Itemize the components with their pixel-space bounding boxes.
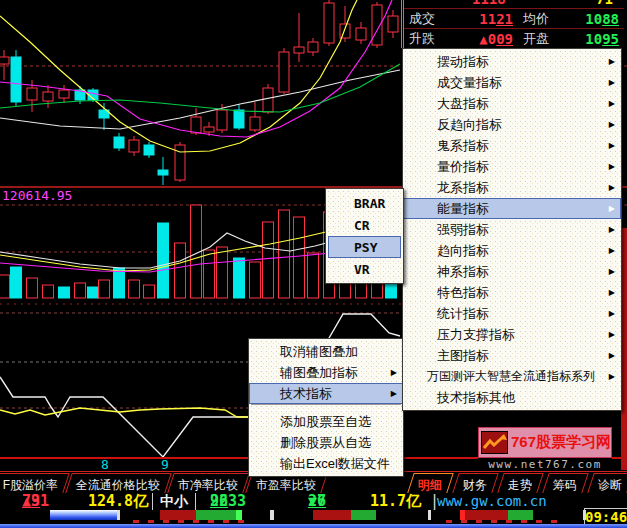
strength-segment — [50, 510, 117, 520]
menu-item-Excel[interactable]: 输出Excel数据文件 — [249, 453, 403, 474]
volume-label: 成交 — [409, 10, 453, 28]
volume-value: 1121 — [453, 11, 513, 27]
menu-item-label: CR — [354, 218, 370, 233]
submenu-arrow-icon: ▶ — [609, 162, 615, 171]
menu-item-BRAR[interactable]: BRAR — [326, 192, 403, 214]
chart-zigzag-icon — [481, 431, 508, 454]
strength-segment — [270, 510, 274, 520]
chart-context-menu: 取消辅图叠加辅图叠加指标▶技术指标▶添加股票至自选删除股票从自选输出Excel数… — [248, 338, 404, 477]
menu-item-i6[interactable]: 龙系指标▶ — [403, 177, 621, 198]
menu-item-i16[interactable]: 技术指标其他 — [403, 387, 621, 408]
menu-item-label: 鬼系指标 — [437, 137, 489, 155]
clock: 09:46 — [584, 508, 627, 525]
menu-item-label: 成交量指标 — [437, 74, 502, 92]
clipped-red-value: 1118 — [472, 0, 506, 7]
tab-label: 财务 — [463, 477, 487, 494]
menu-item-label: 输出Excel数据文件 — [280, 455, 390, 473]
menu-item-i7[interactable]: 能量指标▶ — [403, 198, 621, 219]
menu-item-label: 删除股票从自选 — [280, 434, 371, 452]
quote-panel: 1118 71 成交 1121 均价 1088 升跌 ▲009 开盘 1095 — [401, 0, 624, 48]
strength-segment — [236, 510, 242, 520]
submenu-arrow-icon: ▶ — [609, 99, 615, 108]
submenu-arrow-icon: ▶ — [609, 141, 615, 150]
change-label: 升跌 — [409, 30, 453, 48]
menu-item-i4[interactable]: 添加股票至自选 — [249, 411, 403, 432]
tab-label: 筹码 — [553, 477, 577, 494]
menu-item-label: 强弱指标 — [437, 221, 489, 239]
strength-segment — [428, 510, 431, 520]
submenu-arrow-icon: ▶ — [609, 246, 615, 255]
svg-text:9: 9 — [161, 457, 169, 470]
menu-item-i14[interactable]: 主图指标▶ — [403, 345, 621, 366]
quote-row-clipped: 1118 71 — [404, 0, 624, 8]
menu-item-i3[interactable]: 反趋向指标▶ — [403, 114, 621, 135]
strength-segment — [160, 510, 196, 520]
strength-segment — [196, 510, 236, 520]
logo-url: www.net767.com — [478, 458, 612, 471]
menu-item-label: 技术指标其他 — [437, 389, 515, 407]
submenu-arrow-icon: ▶ — [609, 204, 615, 213]
menu-item-i4[interactable]: 鬼系指标▶ — [403, 135, 621, 156]
menu-item-label: 摆动指标 — [437, 53, 489, 71]
strength-segment — [313, 510, 351, 520]
advancers-amount: 124.8亿 — [88, 493, 148, 510]
submenu-arrow-icon: ▶ — [609, 372, 615, 381]
decliners-amount: 11.7亿 — [370, 493, 421, 510]
submenu-arrow-icon: ▶ — [609, 351, 615, 360]
open-label: 开盘 — [523, 30, 569, 48]
change-value: ▲009 — [453, 31, 513, 47]
submenu-arrow-icon: ▶ — [609, 330, 615, 339]
strength-segment — [508, 510, 533, 520]
menu-item-label: 取消辅图叠加 — [280, 343, 358, 361]
menu-item-VR[interactable]: VR — [326, 258, 403, 280]
board-badge[interactable]: 中小 — [152, 493, 196, 510]
menu-item-label: 神系指标 — [437, 263, 489, 281]
quote-row-volume: 成交 1121 均价 1088 — [404, 9, 624, 28]
menu-item-i0[interactable]: 取消辅图叠加 — [249, 341, 403, 362]
menu-item-i2[interactable]: 技术指标▶ — [249, 383, 403, 404]
menu-item-label: 辅图叠加指标 — [280, 364, 358, 382]
menu-item-i13[interactable]: 压力支撑指标▶ — [403, 324, 621, 345]
energy-indicator-submenu: BRARCRPSYVR — [325, 188, 404, 284]
clipped-yellow-value: 71 — [596, 0, 613, 7]
menu-item-label: 能量指标 — [437, 200, 489, 218]
menu-item-i1[interactable]: 辅图叠加指标▶ — [249, 362, 403, 383]
menu-item-i2[interactable]: 大盘指标▶ — [403, 93, 621, 114]
market-strength-bar: 09:46 — [0, 510, 627, 524]
tab-label: 诊断 — [598, 477, 622, 494]
menu-item-label: VR — [354, 262, 370, 277]
menu-item-i12[interactable]: 统计指标▶ — [403, 303, 621, 324]
menu-item-i15[interactable]: 万国测评大智慧全流通指标系列▶ — [403, 366, 621, 387]
menu-item-i10[interactable]: 神系指标▶ — [403, 261, 621, 282]
menu-item-label: 主图指标 — [437, 347, 489, 365]
strength-segment — [351, 510, 376, 520]
website-link[interactable]: www.gw.com.cn — [437, 493, 547, 510]
menu-item-i11[interactable]: 特色指标▶ — [403, 282, 621, 303]
tick-dashes — [133, 520, 245, 523]
menu-item-i8[interactable]: 强弱指标▶ — [403, 219, 621, 240]
menu-item-label: 压力支撑指标 — [437, 326, 515, 344]
menu-item-label: 量价指标 — [437, 158, 489, 176]
submenu-arrow-icon: ▶ — [609, 57, 615, 66]
menu-item-i5[interactable]: 删除股票从自选 — [249, 432, 403, 453]
menu-item-CR[interactable]: CR — [326, 214, 403, 236]
svg-text:120614.95: 120614.95 — [2, 188, 72, 203]
submenu-arrow-icon: ▶ — [609, 78, 615, 87]
menu-item-i1[interactable]: 成交量指标▶ — [403, 72, 621, 93]
strength-segment — [117, 510, 120, 520]
submenu-arrow-icon: ▶ — [609, 225, 615, 234]
logo-title: 767股票学习网 — [511, 433, 611, 452]
menu-item-label: 添加股票至自选 — [280, 413, 371, 431]
svg-text:8: 8 — [101, 457, 109, 470]
menu-item-i9[interactable]: 趋向指标▶ — [403, 240, 621, 261]
submenu-arrow-icon: ▶ — [609, 183, 615, 192]
strength-segment — [465, 510, 508, 520]
menu-item-label: PSY — [354, 240, 377, 255]
submenu-arrow-icon: ▶ — [609, 267, 615, 276]
menu-item-PSY[interactable]: PSY — [328, 236, 401, 258]
submenu-arrow-icon: ▶ — [609, 288, 615, 297]
menu-item-label: 大盘指标 — [437, 95, 489, 113]
menu-item-label: 特色指标 — [437, 284, 489, 302]
menu-item-i5[interactable]: 量价指标▶ — [403, 156, 621, 177]
menu-item-i0[interactable]: 摆动指标▶ — [403, 51, 621, 72]
